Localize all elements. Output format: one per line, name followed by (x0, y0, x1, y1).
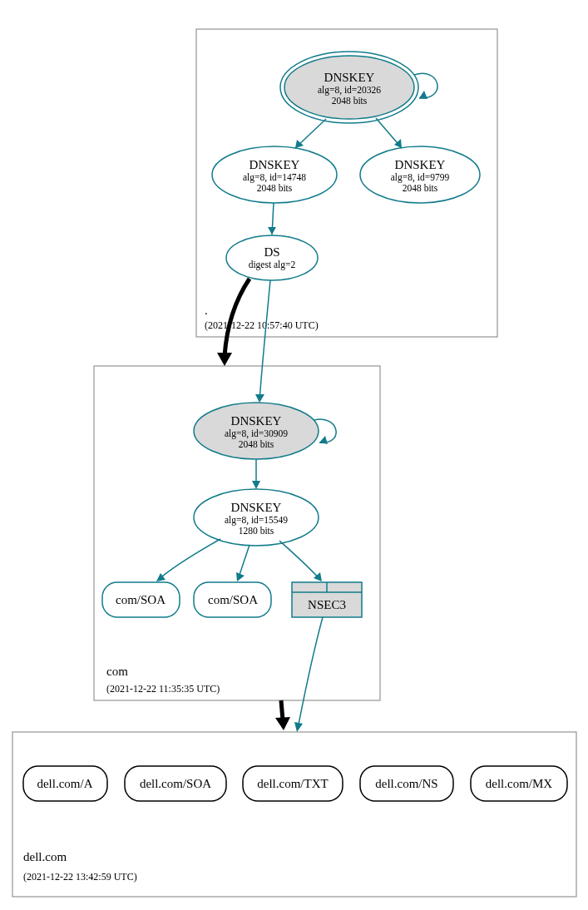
zone-root-time: (2021-12-22 10:57:40 UTC) (205, 319, 319, 331)
node-dell-mx: dell.com/MX (471, 766, 567, 801)
zone-dell-time: (2021-12-22 13:42:59 UTC) (23, 871, 137, 883)
node-com-soa-2: com/SOA (194, 582, 271, 617)
node-dell-soa: dell.com/SOA (125, 766, 226, 801)
com-zsk-l2: 1280 bits (239, 526, 274, 536)
svg-marker-11 (217, 353, 232, 366)
com-soa1-text: com/SOA (116, 593, 166, 606)
com-zsk-l1: alg=8, id=15549 (225, 515, 288, 526)
edge-comzsk-to-nsec3 (279, 541, 320, 580)
root-zsk1-l1: alg=8, id=14748 (243, 172, 306, 183)
node-com-soa-1: com/SOA (102, 582, 180, 617)
com-zsk-title: DNSKEY (231, 501, 282, 514)
edge-ds-to-comksk (259, 280, 270, 401)
svg-marker-9 (268, 227, 276, 235)
root-zsk1-l2: 2048 bits (257, 183, 293, 193)
root-ksk-l2: 2048 bits (332, 96, 368, 106)
root-zsk2-title: DNSKEY (395, 158, 446, 171)
zone-com-label: com (106, 665, 128, 678)
edge-com-to-dell-zone (281, 700, 283, 720)
edge-nsec3-to-dell (298, 617, 323, 729)
com-ksk-title: DNSKEY (231, 414, 282, 428)
svg-marker-16 (252, 481, 260, 489)
zone-dell-label: dell.com (23, 850, 67, 863)
node-nsec3: NSEC3 (292, 582, 362, 617)
dnssec-chain-diagram: . (2021-12-22 10:57:40 UTC) DNSKEY alg=8… (0, 0, 588, 910)
svg-marker-3 (419, 91, 427, 99)
zone-dell: dell.com (2021-12-22 13:42:59 UTC) (12, 732, 576, 897)
node-root-ds: DS digest alg=2 (226, 235, 318, 280)
root-ksk-title: DNSKEY (324, 71, 375, 84)
node-root-zsk-9799: DNSKEY alg=8, id=9799 2048 bits (360, 146, 480, 203)
node-dell-a: dell.com/A (23, 766, 107, 801)
com-ksk-l1: alg=8, id=30909 (225, 428, 288, 439)
svg-marker-13 (255, 394, 264, 403)
node-dell-ns: dell.com/NS (360, 766, 453, 801)
dell-mx-text: dell.com/MX (486, 777, 553, 790)
dell-a-text: dell.com/A (37, 777, 92, 790)
root-zsk1-title: DNSKEY (250, 158, 300, 171)
node-root-ksk: DNSKEY alg=8, id=20326 2048 bits (280, 52, 418, 123)
zone-com-time: (2021-12-22 11:35:35 UTC) (106, 683, 220, 695)
com-soa2-text: com/SOA (208, 593, 258, 606)
node-root-zsk-14748: DNSKEY alg=8, id=14748 2048 bits (212, 146, 337, 203)
root-ds-title: DS (264, 245, 279, 259)
nsec3-text: NSEC3 (308, 598, 346, 611)
dell-soa-text: dell.com/SOA (140, 777, 211, 790)
root-ksk-l1: alg=8, id=20326 (318, 85, 381, 96)
root-ds-l1: digest alg=2 (249, 260, 296, 270)
edge-comzsk-to-soa1 (158, 539, 220, 580)
root-zsk2-l1: alg=8, id=9799 (391, 172, 450, 183)
dell-txt-text: dell.com/TXT (257, 777, 328, 790)
node-com-zsk: DNSKEY alg=8, id=15549 1280 bits (194, 489, 319, 546)
svg-marker-27 (275, 717, 290, 730)
node-com-ksk: DNSKEY alg=8, id=30909 2048 bits (194, 403, 319, 459)
svg-marker-26 (294, 722, 303, 732)
root-zsk2-l2: 2048 bits (403, 183, 438, 193)
dell-ns-text: dell.com/NS (375, 777, 437, 790)
com-ksk-l2: 2048 bits (239, 439, 274, 449)
node-dell-txt: dell.com/TXT (243, 766, 343, 801)
zone-root-label: . (205, 304, 208, 317)
edge-ds-to-com-zone (225, 279, 250, 356)
